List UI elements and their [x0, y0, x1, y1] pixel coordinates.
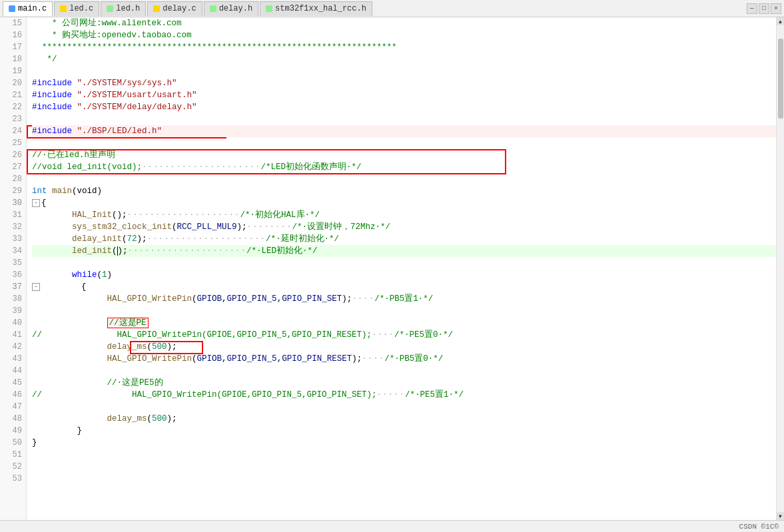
line46-dots: ·····	[377, 389, 406, 401]
line33-delay: delay_init	[72, 233, 122, 245]
line-num-17: 17	[0, 41, 26, 53]
line41-content: // HAL_GPIO_WritePin(GPIOE,GPIO_PIN_5,GP…	[32, 329, 372, 341]
vertical-scrollbar[interactable]: ▲ ▼	[776, 17, 784, 520]
status-text: CSDN ©1C©	[739, 523, 779, 531]
line-num-47: 47	[0, 401, 26, 413]
line-num-32: 32	[0, 221, 26, 233]
code-line-40: //这是PE	[32, 317, 776, 329]
code-line-30: - {	[32, 197, 776, 209]
line31-indent	[32, 209, 72, 221]
line32-dots: ········	[247, 221, 292, 233]
tab-label-delay-c: delay.c	[163, 4, 196, 13]
code-content[interactable]: * 公司网址:www.alientek.com * 购买地址:openedv.t…	[27, 17, 776, 520]
main-window: main.c led.c led.h delay.c delay.h stm32…	[0, 0, 784, 532]
line49-brace: }	[77, 425, 83, 437]
tab-led-c[interactable]: led.c	[54, 1, 99, 16]
close-button[interactable]: ×	[771, 3, 781, 14]
code-line-50: }	[32, 437, 776, 449]
maximize-button[interactable]: □	[759, 3, 769, 14]
line48-indent	[32, 413, 107, 425]
line34-comment: /*·LED初始化·*/	[246, 245, 318, 257]
line48-open: (	[147, 413, 153, 425]
scroll-thumb[interactable]	[778, 39, 783, 119]
fold-icon-37[interactable]: -	[32, 283, 40, 291]
line38-dots: ····	[352, 293, 374, 305]
line29-main: main	[52, 185, 72, 197]
code-line-47	[32, 401, 776, 413]
tab-label-led-h: led.h	[116, 4, 140, 13]
line29-paren: (void)	[72, 185, 102, 197]
tab-main-c[interactable]: main.c	[3, 1, 53, 16]
scroll-up-button[interactable]: ▲	[777, 17, 785, 25]
line33-args: (	[122, 233, 127, 245]
line34-indent	[32, 245, 72, 257]
code-line-31: HAL_Init (); ···················· /*·初始化…	[32, 209, 776, 221]
line41-dots: ····	[372, 329, 394, 341]
code-line-46: // HAL_GPIO_WritePin(GPIOE,GPIO_PIN_5,GP…	[32, 389, 776, 401]
line-num-27: 27	[0, 161, 26, 173]
tab-icon-main-c	[9, 5, 15, 12]
line21-space	[72, 89, 77, 101]
line-num-49: 49	[0, 425, 26, 437]
line40-comment: //这是PE	[107, 317, 149, 329]
code-line-16: * 购买地址:openedv.taobao.com	[32, 29, 776, 41]
line-num-39: 39	[0, 305, 26, 317]
line-num-43: 43	[0, 353, 26, 365]
line34-open: (	[112, 245, 117, 257]
line37-brace: {	[81, 281, 87, 293]
minimize-button[interactable]: —	[747, 3, 757, 14]
code-line-34: led_init ( ); ····················· /*·L…	[32, 245, 776, 257]
line-num-45: 45	[0, 377, 26, 389]
line22-include: #include	[32, 101, 72, 113]
line-num-44: 44	[0, 365, 26, 377]
line-num-35: 35	[0, 257, 26, 269]
code-area: 15 16 17 18 19 20 21 22 23 24 25 26 27 2…	[0, 17, 784, 520]
line40-indent	[32, 317, 107, 329]
code-line-35	[32, 257, 776, 269]
tab-label-led-c: led.c	[69, 4, 93, 13]
line48-close: );	[167, 413, 177, 425]
line43-dots: ····	[362, 353, 384, 365]
scroll-track	[777, 25, 784, 512]
line45-comment: //·这是PE5的	[107, 377, 163, 389]
fold-icon-30[interactable]: -	[32, 199, 40, 207]
line33-close: );	[137, 233, 147, 245]
tab-led-h[interactable]: led.h	[101, 1, 146, 16]
line31-comment: /*·初始化HAL库·*/	[240, 209, 320, 221]
code-line-19	[32, 65, 776, 77]
tab-stm32-h[interactable]: stm32f1xx_hal_rcc.h	[260, 1, 372, 16]
code-line-26: //·已在led.h里声明	[32, 149, 776, 161]
line49-indent	[32, 425, 77, 437]
line32-close: );	[237, 221, 247, 233]
line-num-52: 52	[0, 461, 26, 473]
code-line-39	[32, 305, 776, 317]
tab-icon-led-h	[107, 5, 113, 12]
code-line-32: sys_stm32_clock_init ( RCC_PLL_MUL9 ); ·…	[32, 221, 776, 233]
tab-label-main-c: main.c	[18, 4, 47, 13]
code-line-24: #include "./BSP/LED/led.h"	[32, 125, 776, 137]
line42-delay: delay_ms	[107, 341, 147, 353]
tab-delay-h[interactable]: delay.h	[204, 1, 258, 16]
tab-delay-c[interactable]: delay.c	[147, 1, 202, 16]
line38-set: GPIO_PIN_SET	[282, 293, 342, 305]
code-line-28	[32, 173, 776, 185]
code-line-38: HAL_GPIO_WritePin ( GPIOB , GPIO_PIN_5 ,…	[32, 293, 776, 305]
line-num-30: 30	[0, 197, 26, 209]
line27-content: //void led_init(void);··················…	[32, 161, 362, 173]
line38-pin5: GPIO_PIN_5	[227, 293, 277, 305]
line38-func: HAL_GPIO_WritePin	[107, 293, 193, 305]
tab-label-delay-h: delay.h	[219, 4, 252, 13]
line26-content: //·已在led.h里声明	[32, 149, 115, 161]
tab-icon-stm32-h	[266, 5, 272, 12]
line37-indent	[41, 281, 81, 293]
line-num-50: 50	[0, 437, 26, 449]
line42-close: );	[167, 341, 177, 353]
line-num-33: 33	[0, 233, 26, 245]
code-line-36: while ( 1 )	[32, 269, 776, 281]
line45-indent	[32, 377, 107, 389]
line36-one: 1	[102, 269, 107, 281]
scroll-down-button[interactable]: ▼	[777, 512, 785, 520]
code-line-33: delay_init ( 72 ); ·····················…	[32, 233, 776, 245]
line43-gpiob: GPIOB	[197, 353, 222, 365]
line43-indent	[32, 353, 107, 365]
